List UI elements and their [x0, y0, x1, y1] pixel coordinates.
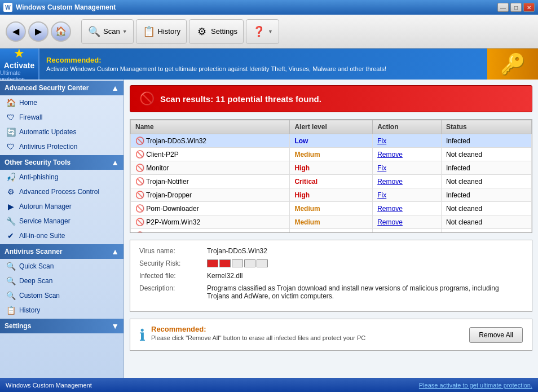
help-button[interactable]: ❓ ▼	[246, 19, 279, 44]
sidebar-section-tools-label: Other Security Tools	[5, 158, 70, 166]
sidebar-section-settings[interactable]: Settings ▼	[0, 319, 124, 333]
cell-action[interactable]: Fix	[373, 134, 442, 148]
history-button[interactable]: 📋 History	[136, 19, 187, 44]
cell-action[interactable]: Fix	[373, 188, 442, 202]
col-alert: Alert level	[290, 120, 373, 134]
sidebar-item-quick-scan[interactable]: 🔍 Quick Scan	[0, 259, 124, 274]
table-row[interactable]: 🚫 Client-P2P Medium Remove Not cleaned	[131, 148, 532, 161]
sidebar-section-tools-collapse[interactable]: ▲	[111, 158, 119, 167]
sidebar-item-home[interactable]: 🏠 Home	[0, 95, 124, 110]
table-row[interactable]: 🚫 Trojan-Notifier Critical Remove Not cl…	[131, 175, 532, 188]
risk-block-5	[257, 259, 268, 267]
table-row[interactable]: 🚫 Monitor High Fix Infected	[131, 161, 532, 175]
scan-button-label: Scan	[103, 27, 120, 36]
sidebar-item-firewall[interactable]: 🛡 Firewall	[0, 110, 124, 125]
home-button[interactable]: 🏠	[51, 21, 71, 42]
cell-alert: Medium	[290, 148, 373, 161]
sidebar-section-settings-collapse[interactable]: ▼	[111, 321, 119, 331]
recommend-icon: ℹ	[139, 326, 145, 345]
recommend-title: Recommended:	[151, 325, 365, 333]
sidebar-item-custom-scan[interactable]: 🔍 Custom Scan	[0, 288, 124, 303]
sidebar-item-all-in-one[interactable]: ✔ All-in-one Suite	[0, 228, 124, 243]
risk-block-2	[219, 259, 231, 267]
quick-scan-icon: 🔍	[6, 261, 16, 271]
sidebar-section-security-collapse[interactable]: ▲	[111, 83, 119, 93]
help-icon: ❓	[252, 25, 266, 38]
activate-link[interactable]: Please activate to get ultimate protecti…	[419, 382, 532, 389]
cell-name: 🚫 Client-P2P	[131, 148, 290, 161]
antiphishing-icon: 🎣	[6, 172, 16, 182]
sidebar-item-history[interactable]: 📋 History	[0, 303, 124, 318]
table-row[interactable]: 🚫 Porn-Downloader Medium Remove Not clea…	[131, 202, 532, 215]
autorun-icon: ▶	[6, 201, 16, 212]
sidebar-item-custom-scan-label: Custom Scan	[19, 292, 60, 299]
action-link[interactable]: Remove	[377, 178, 403, 186]
sidebar-item-all-in-one-label: All-in-one Suite	[19, 232, 65, 240]
results-table-container: Name Alert level Action Status 🚫 Trojan-…	[130, 119, 532, 233]
sidebar-section-tools[interactable]: Other Security Tools ▲	[0, 155, 124, 170]
sidebar-item-autorun[interactable]: ▶ Autorun Manager	[0, 199, 124, 214]
sidebar-item-service-manager[interactable]: 🔧 Service Manager	[0, 214, 124, 228]
scan-button[interactable]: 🔍 Scan ▼	[81, 19, 134, 44]
sidebar-item-antiphishing[interactable]: 🎣 Anti-phishing	[0, 170, 124, 184]
table-row[interactable]: 🚫 NetTool Medium Remove Not cleaned	[131, 229, 532, 233]
cell-action[interactable]: Remove	[373, 175, 442, 188]
cell-action[interactable]: Fix	[373, 161, 442, 175]
updates-icon: 🔄	[6, 127, 16, 137]
action-link[interactable]: Remove	[377, 151, 403, 158]
cell-name: 🚫 Trojan-Dropper	[131, 188, 290, 202]
sidebar-item-process-control-label: Advanced Process Control	[19, 188, 99, 196]
table-row[interactable]: 🚫 Trojan-DDoS.Win32 Low Fix Infected	[131, 134, 532, 148]
settings-button[interactable]: ⚙ Settings	[189, 19, 244, 44]
col-action: Action	[373, 120, 442, 134]
sidebar-item-deep-scan[interactable]: 🔍 Deep Scan	[0, 274, 124, 288]
table-row[interactable]: 🚫 Trojan-Dropper High Fix Infected	[131, 188, 532, 202]
close-button[interactable]: ✕	[523, 3, 535, 12]
alert-text: Scan results: 11 potential threats found…	[160, 94, 321, 104]
activate-description: Activate Windows Custom Management to ge…	[46, 65, 531, 72]
forward-button[interactable]: ▶	[28, 21, 48, 42]
back-button[interactable]: ◀	[6, 21, 26, 42]
sidebar-section-scanner[interactable]: Antivirus Scanner ▲	[0, 244, 124, 259]
threat-icon: 🚫	[135, 136, 144, 145]
cell-action[interactable]: Remove	[373, 229, 442, 233]
cell-action[interactable]: Remove	[373, 148, 442, 161]
cell-status: Not cleaned	[441, 175, 531, 188]
sidebar-item-process-control[interactable]: ⚙ Advanced Process Control	[0, 184, 124, 199]
remove-all-button[interactable]: Remove All	[469, 327, 523, 343]
cell-status: Not cleaned	[441, 202, 531, 215]
minimize-button[interactable]: —	[497, 3, 509, 12]
cell-name: 🚫 NetTool	[131, 229, 290, 233]
sidebar-item-antivirus[interactable]: 🛡 Antivirus Protection	[0, 139, 124, 154]
action-link[interactable]: Fix	[377, 137, 386, 145]
window-controls[interactable]: — □ ✕	[497, 3, 535, 12]
help-dropdown-arrow[interactable]: ▼	[268, 29, 273, 34]
action-link[interactable]: Remove	[377, 205, 403, 213]
scan-dropdown-arrow[interactable]: ▼	[122, 29, 127, 34]
activate-label: Activate	[4, 61, 34, 70]
action-link[interactable]: Fix	[377, 164, 386, 172]
action-link[interactable]: Remove	[377, 218, 403, 226]
sidebar-item-antiphishing-label: Anti-phishing	[19, 173, 58, 181]
main-content: 🚫 Scan results: 11 potential threats fou…	[124, 80, 538, 378]
security-risk-bar	[207, 259, 268, 267]
detail-row-security-risk: Security Risk:	[139, 259, 523, 267]
alert-level: Medium	[294, 218, 320, 226]
threat-icon: 🚫	[135, 177, 144, 186]
cell-action[interactable]: Remove	[373, 202, 442, 215]
sidebar-section-security[interactable]: Advanced Security Center ▲	[0, 81, 124, 95]
scan-icon: 🔍	[87, 25, 101, 38]
sidebar-section-scanner-collapse[interactable]: ▲	[111, 247, 119, 256]
table-row[interactable]: 🚫 P2P-Worm.Win32 Medium Remove Not clean…	[131, 215, 532, 229]
sidebar-item-updates[interactable]: 🔄 Automatic Updates	[0, 125, 124, 139]
table-scroll-wrapper[interactable]: Name Alert level Action Status 🚫 Trojan-…	[130, 120, 532, 232]
sidebar-item-deep-scan-label: Deep Scan	[19, 277, 52, 285]
maximize-button[interactable]: □	[510, 3, 522, 12]
action-link[interactable]: Remove	[377, 232, 403, 233]
sidebar-item-home-label: Home	[19, 99, 37, 107]
activate-key-icon: 🔑	[487, 49, 538, 80]
cell-status: Infected	[441, 161, 531, 175]
action-link[interactable]: Fix	[377, 191, 386, 199]
alert-level: Medium	[294, 232, 320, 233]
cell-action[interactable]: Remove	[373, 215, 442, 229]
